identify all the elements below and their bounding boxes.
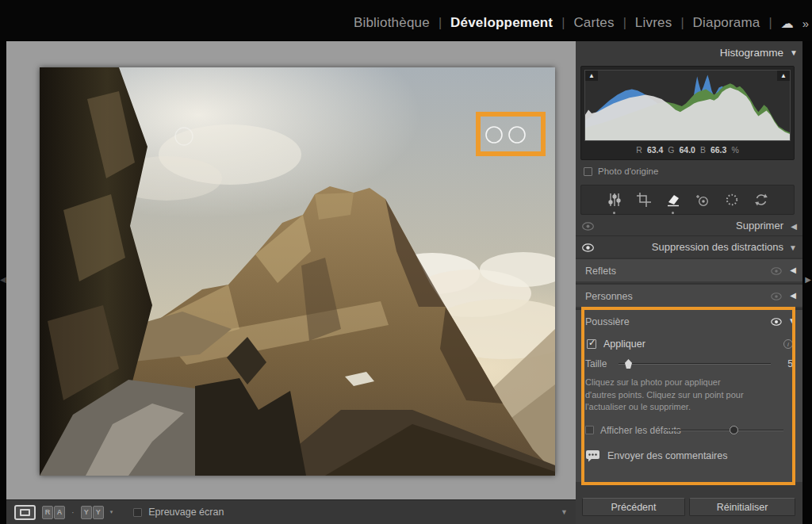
toolbar-options-arrow-icon[interactable]: ▼ <box>561 508 568 516</box>
histogram-rgb-values: R 63.4 G 64.0 B 66.3 % <box>584 141 791 159</box>
cloud-sync-icon[interactable]: ☁ <box>781 16 794 31</box>
panel-supprimer-collapse-icon[interactable]: ◀ <box>791 222 797 231</box>
histogram-collapse-icon[interactable]: ▼ <box>790 48 798 57</box>
original-photo-label: Photo d'origine <box>598 166 658 176</box>
panel-supprimer-label: Supprimer <box>736 220 783 231</box>
previous-button[interactable]: Précédent <box>582 498 685 516</box>
tab-cartes[interactable]: Cartes <box>573 15 614 31</box>
panel-distractions-header[interactable]: Suppression des distractions ▼ <box>576 239 802 258</box>
before-after-left: Y <box>81 506 92 519</box>
reference-view-right: A <box>54 506 65 519</box>
eye-icon[interactable] <box>771 267 782 275</box>
subpanel-reflets[interactable]: Reflets ◀ <box>576 258 802 281</box>
dust-instructions: Cliquez sur la photo pour appliquer d'au… <box>585 377 752 414</box>
highlight-clipping-icon[interactable]: ▲ <box>777 71 790 81</box>
module-picker: Bibliothèque | Développement | Cartes | … <box>0 0 812 41</box>
show-defects-checkbox[interactable] <box>585 426 594 434</box>
subpanel-personnes[interactable]: Personnes ◀ <box>576 283 802 307</box>
size-value: 5 <box>787 358 793 369</box>
eye-icon[interactable] <box>582 222 594 231</box>
photo-preview[interactable] <box>40 67 555 476</box>
feedback-row[interactable]: Envoyer des commentaires <box>585 449 727 462</box>
nav-separator: | <box>439 16 442 30</box>
crop-icon <box>636 192 652 208</box>
left-panel-strip: ◀ <box>0 41 6 524</box>
percent-label: % <box>731 145 738 155</box>
check-mark: ✓ <box>588 338 596 348</box>
view-toolbar: R A · Y Y ▾ Epreuvage écran ▼ <box>6 499 576 524</box>
eraser-icon <box>665 192 681 208</box>
reset-button[interactable]: Réinitialiser <box>689 498 795 516</box>
histogram-plot[interactable]: ▲ ▲ <box>584 70 791 141</box>
develop-right-panel: Histogramme ▼ ▲ ▲ R 63.4 G 64.0 B 66 <box>576 41 802 524</box>
sync-tool[interactable] <box>753 191 770 208</box>
before-after-right: Y <box>93 506 104 519</box>
reflets-collapse-icon[interactable]: ◀ <box>790 266 796 274</box>
soft-proofing-checkbox[interactable] <box>133 508 142 517</box>
nav-separator: | <box>561 16 565 30</box>
histogram-title: Histogramme <box>720 47 783 59</box>
poussiere-label: Poussière <box>585 316 630 327</box>
size-slider-row: Taille 5 <box>585 358 793 370</box>
red-eye-tool[interactable] <box>694 191 711 208</box>
reflets-label: Reflets <box>585 266 616 277</box>
poussiere-collapse-icon[interactable]: ▼ <box>788 316 796 325</box>
reference-view-button[interactable]: R A <box>42 506 65 519</box>
panel-supprimer-header[interactable]: Supprimer ◀ <box>576 217 802 236</box>
before-after-view-button[interactable]: Y Y <box>81 506 104 519</box>
right-panel-strip: ▶ <box>802 41 812 524</box>
histogram-panel: ▲ ▲ R 63.4 G 64.0 B 66.3 % <box>580 66 795 160</box>
apply-row: ✓ Appliquer <box>587 338 645 350</box>
nav-separator: | <box>680 16 684 30</box>
right-panel-toggle-icon[interactable]: ▶ <box>805 275 811 284</box>
eye-icon[interactable] <box>582 243 594 252</box>
eye-icon[interactable] <box>771 318 782 326</box>
tab-diaporama[interactable]: Diaporama <box>693 15 760 31</box>
histogram-graph <box>585 71 791 141</box>
panel-distractions-label: Suppression des distractions <box>652 241 783 253</box>
toolbar-dot: · <box>71 507 75 517</box>
tab-bibliotheque[interactable]: Bibliothèque <box>354 15 430 31</box>
red-eye-icon <box>695 192 710 208</box>
histogram-header[interactable]: Histogramme ▼ <box>720 47 798 59</box>
apply-label: Appliquer <box>603 338 645 350</box>
loupe-view-button[interactable] <box>14 505 36 520</box>
shadow-clipping-icon[interactable]: ▲ <box>585 71 598 81</box>
show-defects-row: Afficher les défauts <box>585 424 793 437</box>
eye-icon[interactable] <box>771 293 782 300</box>
sync-icon <box>753 192 769 208</box>
edit-sliders-tool[interactable] <box>606 191 623 208</box>
reference-view-left: R <box>42 506 53 519</box>
b-value: 66.3 <box>710 145 726 155</box>
left-panel-toggle-icon[interactable]: ◀ <box>0 275 6 284</box>
photo-canvas <box>6 41 576 499</box>
tab-developpement[interactable]: Développement <box>450 15 553 31</box>
info-icon[interactable]: i <box>783 339 793 349</box>
masking-tool[interactable] <box>723 191 741 208</box>
feedback-bubble-icon <box>585 449 600 462</box>
tool-strip <box>580 185 795 215</box>
size-slider-track[interactable] <box>619 363 771 365</box>
sliders-icon <box>607 192 622 208</box>
original-photo-checkbox[interactable] <box>584 167 592 176</box>
mountain-photo <box>40 67 555 476</box>
soft-proofing-label: Epreuvage écran <box>148 507 224 518</box>
defects-slider-track[interactable] <box>666 430 783 431</box>
poussiere-body: ✓ Appliquer i Taille 5 Cliquez sur la ph… <box>576 332 802 482</box>
g-label: G <box>668 145 674 155</box>
size-slider-thumb[interactable] <box>625 359 632 369</box>
overflow-chevron-icon[interactable]: » <box>802 17 807 30</box>
r-value: 63.4 <box>647 145 663 155</box>
personnes-collapse-icon[interactable]: ◀ <box>790 291 796 300</box>
subpanel-poussiere[interactable]: Poussière ▼ <box>576 308 802 332</box>
remove-tool-active[interactable] <box>665 191 682 208</box>
nav-separator: | <box>769 16 772 30</box>
nav-separator: | <box>623 16 626 30</box>
tab-livres[interactable]: Livres <box>635 15 672 31</box>
apply-checkbox[interactable]: ✓ <box>587 339 596 349</box>
crop-tool[interactable] <box>635 191 653 208</box>
personnes-label: Personnes <box>585 291 633 302</box>
defects-slider-thumb[interactable] <box>730 426 738 434</box>
panel-distractions-collapse-icon[interactable]: ▼ <box>789 243 797 252</box>
view-menu-arrow-icon[interactable]: ▾ <box>110 509 113 515</box>
